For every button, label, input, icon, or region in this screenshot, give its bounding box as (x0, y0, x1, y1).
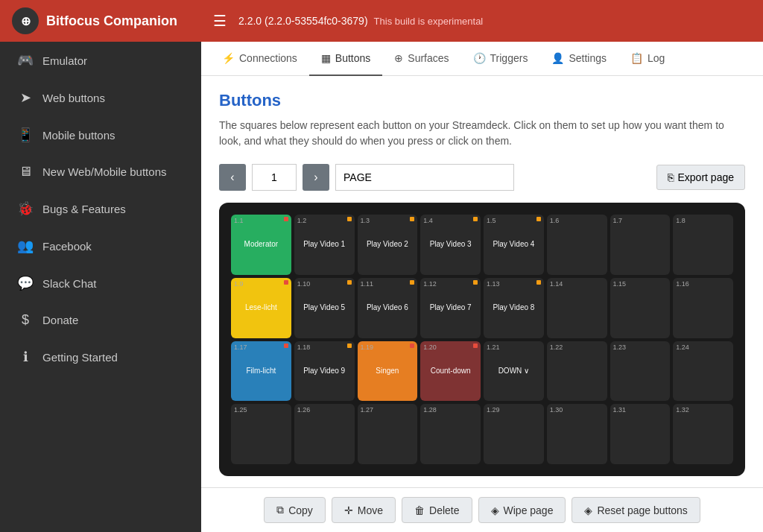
bugs-features-icon: 🐞 (17, 200, 34, 217)
slack-chat-icon: 💬 (17, 275, 34, 291)
button-cell-1.15[interactable]: 1.15 (610, 278, 671, 338)
sidebar-label-donate: Donate (42, 314, 78, 326)
tab-triggers[interactable]: 🕐Triggers (461, 42, 540, 76)
prev-page-button[interactable]: ‹ (219, 164, 246, 191)
tab-buttons[interactable]: ▦Buttons (309, 42, 382, 76)
button-cell-1.18[interactable]: 1.18Play Video 9 (294, 341, 355, 402)
button-cell-1.2[interactable]: 1.2Play Video 1 (294, 215, 355, 275)
btn-text-1.18: Play Video 9 (302, 365, 346, 377)
wipe-action-button[interactable]: ◈Wipe page (478, 497, 566, 523)
button-cell-1.21[interactable]: 1.21DOWN ∨ (484, 341, 544, 402)
button-cell-1.12[interactable]: 1.12Play Video 7 (420, 278, 481, 338)
btn-label-1.5: 1.5 (487, 217, 496, 224)
mobile-buttons-icon: 📱 (17, 127, 34, 143)
delete-icon: 🗑 (414, 504, 425, 516)
sidebar-label-facebook: Facebook (42, 240, 92, 253)
version-text: 2.2.0 (2.2.0-53554fc0-3679) (238, 15, 368, 27)
sidebar-item-web-buttons[interactable]: ➤Web buttons (0, 79, 201, 116)
btn-indicator-1.9 (284, 280, 288, 285)
sidebar-item-donate[interactable]: $Donate (0, 302, 201, 338)
button-cell-1.32[interactable]: 1.32 (673, 404, 733, 464)
btn-label-1.15: 1.15 (613, 280, 627, 288)
button-cell-1.28[interactable]: 1.28 (420, 404, 481, 464)
sidebar-item-emulator[interactable]: 🎮Emulator (0, 42, 201, 79)
button-cell-1.24[interactable]: 1.24 (673, 341, 733, 402)
page-name[interactable]: PAGE (335, 164, 514, 191)
btn-label-1.9: 1.9 (234, 280, 244, 288)
button-cell-1.29[interactable]: 1.29 (484, 404, 544, 464)
btn-text-1.20: Count-down (429, 365, 472, 377)
button-cell-1.25[interactable]: 1.25 (231, 404, 291, 464)
button-cell-1.1[interactable]: 1.1Moderator (231, 215, 291, 275)
sidebar-item-mobile-buttons[interactable]: 📱Mobile buttons (0, 116, 201, 153)
tab-surfaces[interactable]: ⊕Surfaces (382, 42, 460, 76)
content-area: ⚡Connections▦Buttons⊕Surfaces🕐Triggers👤S… (201, 42, 763, 532)
copy-action-button[interactable]: ⧉Copy (264, 497, 326, 523)
tab-connections[interactable]: ⚡Connections (210, 42, 309, 76)
sidebar-item-getting-started[interactable]: ℹGetting Started (0, 338, 201, 376)
btn-indicator-1.2 (347, 217, 352, 221)
button-cell-1.26[interactable]: 1.26 (294, 404, 355, 464)
button-cell-1.11[interactable]: 1.11Play Video 6 (358, 278, 418, 338)
log-tab-label: Log (648, 52, 665, 64)
tab-settings[interactable]: 👤Settings (539, 42, 618, 76)
btn-indicator-1.19 (410, 343, 414, 348)
btn-label-1.27: 1.27 (361, 406, 374, 414)
button-cell-1.9[interactable]: 1.9Lese-licht (231, 278, 291, 338)
button-cell-1.23[interactable]: 1.23 (610, 341, 671, 402)
btn-text-1.12: Play Video 7 (428, 302, 473, 314)
button-cell-1.7[interactable]: 1.7 (610, 215, 671, 275)
emulator-icon: 🎮 (17, 52, 34, 69)
btn-label-1.30: 1.30 (550, 406, 563, 414)
btn-label-1.25: 1.25 (234, 406, 247, 414)
button-cell-1.13[interactable]: 1.13Play Video 8 (484, 278, 544, 338)
new-web-mobile-icon: 🖥 (17, 164, 34, 180)
button-cell-1.4[interactable]: 1.4Play Video 3 (420, 215, 481, 275)
button-cell-1.16[interactable]: 1.16 (673, 278, 733, 338)
btn-text-1.21: DOWN ∨ (497, 365, 531, 377)
btn-label-1.10: 1.10 (297, 280, 311, 288)
button-cell-1.5[interactable]: 1.5Play Video 4 (484, 215, 544, 275)
btn-label-1.26: 1.26 (297, 406, 311, 414)
btn-label-1.22: 1.22 (550, 343, 563, 351)
sidebar-item-slack-chat[interactable]: 💬Slack Chat (0, 265, 201, 302)
btn-label-1.21: 1.21 (487, 343, 500, 351)
reset-action-button[interactable]: ◈Reset page buttons (572, 497, 700, 523)
btn-text-1.4: Play Video 3 (428, 238, 473, 250)
btn-indicator-1.13 (536, 280, 541, 285)
reset-icon: ◈ (584, 504, 592, 516)
page-description: The squares below represent each button … (219, 118, 745, 149)
button-cell-1.20[interactable]: 1.20Count-down (420, 341, 481, 402)
copy-label: Copy (288, 504, 313, 516)
button-cell-1.6[interactable]: 1.6 (547, 215, 607, 275)
export-page-button[interactable]: ⎘ Export page (656, 165, 746, 190)
button-cell-1.31[interactable]: 1.31 (610, 404, 671, 464)
btn-label-1.13: 1.13 (487, 280, 500, 288)
button-cell-1.8[interactable]: 1.8 (673, 215, 733, 275)
button-cell-1.19[interactable]: 1.19Singen (358, 341, 418, 402)
tab-log[interactable]: 📋Log (618, 42, 677, 76)
button-cell-1.30[interactable]: 1.30 (547, 404, 607, 464)
donate-icon: $ (17, 312, 34, 328)
button-cell-1.3[interactable]: 1.3Play Video 2 (358, 215, 418, 275)
sidebar-item-bugs-features[interactable]: 🐞Bugs & Features (0, 190, 201, 227)
sidebar-item-new-web-mobile[interactable]: 🖥New Web/Mobile buttons (0, 153, 201, 190)
button-cell-1.27[interactable]: 1.27 (358, 404, 418, 464)
button-cell-1.22[interactable]: 1.22 (547, 341, 607, 402)
btn-label-1.17: 1.17 (234, 343, 247, 351)
btn-label-1.3: 1.3 (361, 217, 370, 224)
button-cell-1.17[interactable]: 1.17Film-licht (231, 341, 291, 402)
connections-tab-icon: ⚡ (222, 52, 235, 64)
delete-action-button[interactable]: 🗑Delete (402, 497, 472, 523)
next-page-button[interactable]: › (303, 164, 329, 191)
button-cell-1.14[interactable]: 1.14 (547, 278, 607, 338)
btn-label-1.14: 1.14 (550, 280, 563, 288)
move-action-button[interactable]: ✛Move (332, 497, 396, 523)
hamburger-icon[interactable]: ☰ (213, 12, 227, 30)
delete-label: Delete (429, 504, 459, 516)
button-cell-1.10[interactable]: 1.10Play Video 5 (294, 278, 355, 338)
app-name: Bitfocus Companion (46, 13, 177, 29)
btn-label-1.4: 1.4 (423, 217, 433, 224)
app-header: ⊕ Bitfocus Companion ☰ 2.2.0 (2.2.0-5355… (0, 0, 763, 42)
sidebar-item-facebook[interactable]: 👥Facebook (0, 227, 201, 265)
